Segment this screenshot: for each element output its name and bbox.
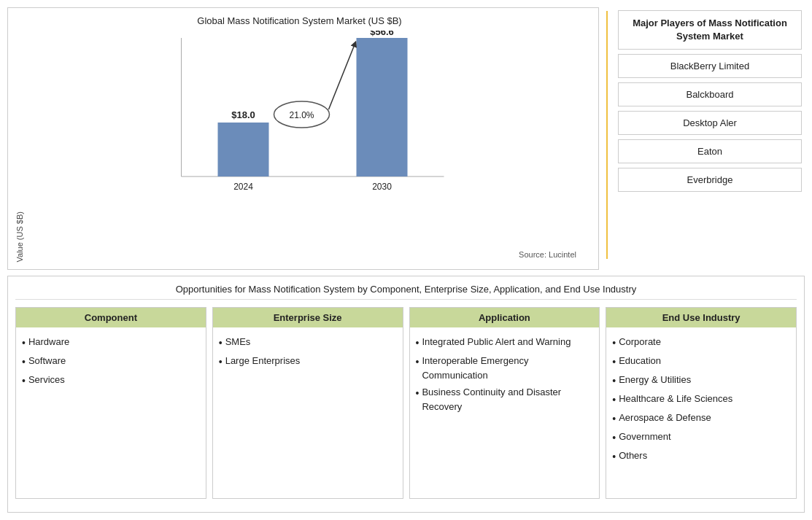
category-col-application: Application • Integrated Public Alert an…	[409, 307, 600, 499]
chart-content: $18.0 2024 $56.6 2030 21.0%	[27, 31, 584, 262]
main-container: Global Mass Notification System Market (…	[0, 0, 812, 520]
list-item: • Corporate	[612, 335, 790, 351]
bullet-icon: •	[416, 354, 419, 370]
category-col-enterprise: Enterprise Size • SMEs • Large Enterpris…	[212, 307, 403, 499]
list-item: • Services	[22, 373, 200, 389]
bullet-icon: •	[416, 386, 419, 401]
player-item-3: Eaton	[618, 139, 802, 163]
category-header-application: Application	[410, 308, 600, 327]
players-panel: Major Players of Mass Notification Syste…	[615, 7, 805, 270]
list-item: • Energy & Utilities	[612, 373, 790, 389]
bullet-icon: •	[219, 335, 223, 351]
category-items-enterprise: • SMEs • Large Enterprises	[213, 327, 403, 380]
list-item: • Others	[612, 449, 790, 465]
category-header-component: Component	[16, 308, 206, 327]
list-item: • Education	[612, 354, 790, 370]
bullet-icon: •	[22, 354, 26, 370]
source-label: Source: Lucintel	[519, 250, 576, 259]
bullet-icon: •	[612, 354, 616, 370]
bullet-icon: •	[612, 335, 616, 351]
top-section: Global Mass Notification System Market (…	[7, 7, 805, 270]
bullet-icon: •	[22, 335, 26, 351]
bottom-section: Opportunities for Mass Notification Syst…	[7, 276, 805, 513]
chart-inner: Value (US $B) $18.0 2024	[15, 31, 584, 262]
list-item: • Interoperable Emergency Communication	[416, 354, 594, 382]
category-header-enterprise: Enterprise Size	[213, 308, 403, 327]
bar-2030	[357, 38, 408, 176]
x-label-2024: 2024	[233, 182, 253, 192]
bullet-icon: •	[612, 411, 616, 427]
chart-title: Global Mass Notification System Market (…	[197, 15, 401, 26]
list-item: • Healthcare & Life Sciences	[612, 392, 790, 408]
bullet-icon: •	[416, 335, 419, 351]
list-item: • Large Enterprises	[219, 354, 397, 370]
categories-row: Component • Hardware • Software • Servic…	[15, 307, 797, 499]
bar-label-2024: $18.0	[231, 109, 255, 120]
bullet-icon: •	[612, 449, 616, 465]
cagr-text: 21.0%	[289, 110, 314, 120]
x-label-2030: 2030	[372, 182, 392, 192]
category-col-component: Component • Hardware • Software • Servic…	[15, 307, 206, 499]
chart-area: Global Mass Notification System Market (…	[7, 7, 599, 270]
bullet-icon: •	[219, 354, 223, 370]
category-items-enduse: • Corporate • Education • Energy & Utili…	[606, 327, 796, 475]
category-header-enduse: End Use Industry	[606, 308, 796, 327]
category-col-enduse: End Use Industry • Corporate • Education…	[606, 307, 797, 499]
cagr-arrow	[329, 44, 355, 109]
bullet-icon: •	[612, 373, 616, 389]
list-item: • SMEs	[219, 335, 397, 351]
vertical-divider	[606, 11, 608, 259]
chart-svg: $18.0 2024 $56.6 2030 21.0%	[27, 31, 584, 206]
player-item-0: BlackBerry Limited	[618, 54, 802, 78]
list-item: • Aerospace & Defense	[612, 411, 790, 427]
list-item: • Software	[22, 354, 200, 370]
bullet-icon: •	[612, 392, 616, 408]
category-items-application: • Integrated Public Alert and Warning • …	[410, 327, 600, 424]
list-item: • Integrated Public Alert and Warning	[416, 335, 594, 351]
bar-label-2030: $56.6	[370, 31, 394, 37]
bottom-title: Opportunities for Mass Notification Syst…	[15, 284, 797, 300]
bullet-icon: •	[612, 430, 616, 446]
players-title: Major Players of Mass Notification Syste…	[618, 10, 802, 50]
y-axis-label: Value (US $B)	[15, 212, 24, 263]
category-items-component: • Hardware • Software • Services	[16, 327, 206, 399]
player-item-2: Desktop Aler	[618, 111, 802, 135]
list-item: • Business Continuity and Disaster Recov…	[416, 385, 594, 414]
list-item: • Hardware	[22, 335, 200, 351]
list-item: • Government	[612, 430, 790, 446]
player-item-4: Everbridge	[618, 168, 802, 192]
player-item-1: Balckboard	[618, 82, 802, 106]
bullet-icon: •	[22, 373, 26, 389]
bar-2024	[218, 123, 269, 176]
